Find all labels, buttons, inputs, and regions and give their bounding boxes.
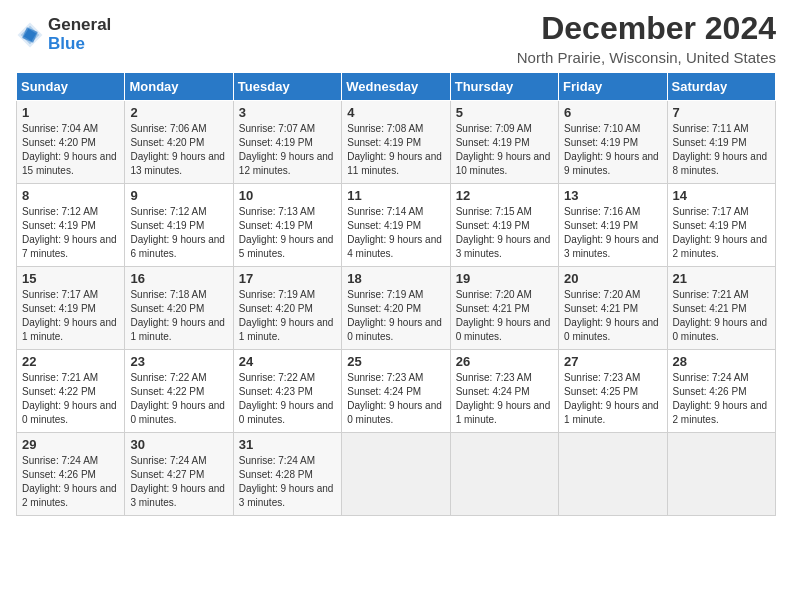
day-info: Sunrise: 7:11 AMSunset: 4:19 PMDaylight:…: [673, 122, 770, 178]
day-info: Sunrise: 7:21 AMSunset: 4:21 PMDaylight:…: [673, 288, 770, 344]
calendar-cell: 25Sunrise: 7:23 AMSunset: 4:24 PMDayligh…: [342, 350, 450, 433]
day-number: 12: [456, 188, 553, 203]
day-info: Sunrise: 7:24 AMSunset: 4:26 PMDaylight:…: [673, 371, 770, 427]
calendar-cell: 24Sunrise: 7:22 AMSunset: 4:23 PMDayligh…: [233, 350, 341, 433]
calendar-cell: 2Sunrise: 7:06 AMSunset: 4:20 PMDaylight…: [125, 101, 233, 184]
calendar-cell: 6Sunrise: 7:10 AMSunset: 4:19 PMDaylight…: [559, 101, 667, 184]
weekday-header-saturday: Saturday: [667, 73, 775, 101]
day-info: Sunrise: 7:08 AMSunset: 4:19 PMDaylight:…: [347, 122, 444, 178]
day-info: Sunrise: 7:19 AMSunset: 4:20 PMDaylight:…: [239, 288, 336, 344]
calendar-cell: 16Sunrise: 7:18 AMSunset: 4:20 PMDayligh…: [125, 267, 233, 350]
day-info: Sunrise: 7:14 AMSunset: 4:19 PMDaylight:…: [347, 205, 444, 261]
day-number: 29: [22, 437, 119, 452]
day-info: Sunrise: 7:17 AMSunset: 4:19 PMDaylight:…: [673, 205, 770, 261]
day-info: Sunrise: 7:24 AMSunset: 4:27 PMDaylight:…: [130, 454, 227, 510]
day-number: 26: [456, 354, 553, 369]
day-number: 20: [564, 271, 661, 286]
calendar-cell: 10Sunrise: 7:13 AMSunset: 4:19 PMDayligh…: [233, 184, 341, 267]
day-number: 7: [673, 105, 770, 120]
day-info: Sunrise: 7:18 AMSunset: 4:20 PMDaylight:…: [130, 288, 227, 344]
calendar-cell: 15Sunrise: 7:17 AMSunset: 4:19 PMDayligh…: [17, 267, 125, 350]
calendar-cell: 18Sunrise: 7:19 AMSunset: 4:20 PMDayligh…: [342, 267, 450, 350]
day-number: 28: [673, 354, 770, 369]
day-info: Sunrise: 7:23 AMSunset: 4:24 PMDaylight:…: [456, 371, 553, 427]
day-info: Sunrise: 7:13 AMSunset: 4:19 PMDaylight:…: [239, 205, 336, 261]
weekday-header-tuesday: Tuesday: [233, 73, 341, 101]
day-number: 8: [22, 188, 119, 203]
calendar-cell: 23Sunrise: 7:22 AMSunset: 4:22 PMDayligh…: [125, 350, 233, 433]
day-number: 9: [130, 188, 227, 203]
month-title: December 2024: [517, 10, 776, 47]
calendar-cell: 7Sunrise: 7:11 AMSunset: 4:19 PMDaylight…: [667, 101, 775, 184]
day-info: Sunrise: 7:16 AMSunset: 4:19 PMDaylight:…: [564, 205, 661, 261]
weekday-header-monday: Monday: [125, 73, 233, 101]
calendar-cell: 31Sunrise: 7:24 AMSunset: 4:28 PMDayligh…: [233, 433, 341, 516]
day-info: Sunrise: 7:15 AMSunset: 4:19 PMDaylight:…: [456, 205, 553, 261]
day-info: Sunrise: 7:21 AMSunset: 4:22 PMDaylight:…: [22, 371, 119, 427]
day-info: Sunrise: 7:20 AMSunset: 4:21 PMDaylight:…: [564, 288, 661, 344]
day-number: 21: [673, 271, 770, 286]
day-info: Sunrise: 7:07 AMSunset: 4:19 PMDaylight:…: [239, 122, 336, 178]
day-info: Sunrise: 7:06 AMSunset: 4:20 PMDaylight:…: [130, 122, 227, 178]
calendar-week-row: 8Sunrise: 7:12 AMSunset: 4:19 PMDaylight…: [17, 184, 776, 267]
weekday-header-friday: Friday: [559, 73, 667, 101]
calendar-cell: 1Sunrise: 7:04 AMSunset: 4:20 PMDaylight…: [17, 101, 125, 184]
calendar-cell: [342, 433, 450, 516]
day-number: 18: [347, 271, 444, 286]
day-number: 24: [239, 354, 336, 369]
weekday-header-thursday: Thursday: [450, 73, 558, 101]
calendar-cell: 20Sunrise: 7:20 AMSunset: 4:21 PMDayligh…: [559, 267, 667, 350]
title-section: December 2024 North Prairie, Wisconsin, …: [517, 10, 776, 66]
calendar-cell: 30Sunrise: 7:24 AMSunset: 4:27 PMDayligh…: [125, 433, 233, 516]
day-number: 2: [130, 105, 227, 120]
calendar-cell: 19Sunrise: 7:20 AMSunset: 4:21 PMDayligh…: [450, 267, 558, 350]
day-info: Sunrise: 7:23 AMSunset: 4:25 PMDaylight:…: [564, 371, 661, 427]
day-info: Sunrise: 7:12 AMSunset: 4:19 PMDaylight:…: [22, 205, 119, 261]
day-number: 17: [239, 271, 336, 286]
weekday-header-sunday: Sunday: [17, 73, 125, 101]
calendar-cell: 4Sunrise: 7:08 AMSunset: 4:19 PMDaylight…: [342, 101, 450, 184]
day-info: Sunrise: 7:22 AMSunset: 4:22 PMDaylight:…: [130, 371, 227, 427]
calendar-cell: 28Sunrise: 7:24 AMSunset: 4:26 PMDayligh…: [667, 350, 775, 433]
header: General Blue December 2024 North Prairie…: [16, 10, 776, 66]
calendar-cell: 8Sunrise: 7:12 AMSunset: 4:19 PMDaylight…: [17, 184, 125, 267]
day-info: Sunrise: 7:23 AMSunset: 4:24 PMDaylight:…: [347, 371, 444, 427]
logo-general-text: General: [48, 16, 111, 35]
calendar-cell: 22Sunrise: 7:21 AMSunset: 4:22 PMDayligh…: [17, 350, 125, 433]
day-info: Sunrise: 7:04 AMSunset: 4:20 PMDaylight:…: [22, 122, 119, 178]
logo-blue-text: Blue: [48, 35, 111, 54]
calendar-cell: 3Sunrise: 7:07 AMSunset: 4:19 PMDaylight…: [233, 101, 341, 184]
calendar-week-row: 15Sunrise: 7:17 AMSunset: 4:19 PMDayligh…: [17, 267, 776, 350]
calendar-cell: 11Sunrise: 7:14 AMSunset: 4:19 PMDayligh…: [342, 184, 450, 267]
day-number: 3: [239, 105, 336, 120]
day-info: Sunrise: 7:22 AMSunset: 4:23 PMDaylight:…: [239, 371, 336, 427]
day-number: 23: [130, 354, 227, 369]
calendar-cell: [667, 433, 775, 516]
calendar-cell: [450, 433, 558, 516]
day-info: Sunrise: 7:09 AMSunset: 4:19 PMDaylight:…: [456, 122, 553, 178]
weekday-header-row: SundayMondayTuesdayWednesdayThursdayFrid…: [17, 73, 776, 101]
day-number: 31: [239, 437, 336, 452]
calendar-week-row: 29Sunrise: 7:24 AMSunset: 4:26 PMDayligh…: [17, 433, 776, 516]
calendar-table: SundayMondayTuesdayWednesdayThursdayFrid…: [16, 72, 776, 516]
logo-icon: [16, 21, 44, 49]
day-info: Sunrise: 7:12 AMSunset: 4:19 PMDaylight:…: [130, 205, 227, 261]
day-number: 14: [673, 188, 770, 203]
day-info: Sunrise: 7:20 AMSunset: 4:21 PMDaylight:…: [456, 288, 553, 344]
day-info: Sunrise: 7:24 AMSunset: 4:28 PMDaylight:…: [239, 454, 336, 510]
day-number: 5: [456, 105, 553, 120]
day-number: 30: [130, 437, 227, 452]
day-number: 15: [22, 271, 119, 286]
calendar-cell: 21Sunrise: 7:21 AMSunset: 4:21 PMDayligh…: [667, 267, 775, 350]
day-number: 25: [347, 354, 444, 369]
calendar-cell: 14Sunrise: 7:17 AMSunset: 4:19 PMDayligh…: [667, 184, 775, 267]
logo-text: General Blue: [48, 16, 111, 53]
calendar-week-row: 22Sunrise: 7:21 AMSunset: 4:22 PMDayligh…: [17, 350, 776, 433]
calendar-cell: 29Sunrise: 7:24 AMSunset: 4:26 PMDayligh…: [17, 433, 125, 516]
day-info: Sunrise: 7:24 AMSunset: 4:26 PMDaylight:…: [22, 454, 119, 510]
day-info: Sunrise: 7:10 AMSunset: 4:19 PMDaylight:…: [564, 122, 661, 178]
day-info: Sunrise: 7:19 AMSunset: 4:20 PMDaylight:…: [347, 288, 444, 344]
calendar-week-row: 1Sunrise: 7:04 AMSunset: 4:20 PMDaylight…: [17, 101, 776, 184]
logo: General Blue: [16, 16, 111, 53]
day-number: 4: [347, 105, 444, 120]
